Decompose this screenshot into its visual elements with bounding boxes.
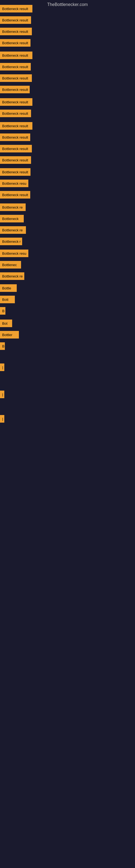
bottleneck-bar: |: [0, 364, 4, 371]
bottleneck-bar: Bottleneck result: [0, 63, 31, 70]
bottleneck-bar: Bottleneck result: [0, 39, 31, 46]
bottleneck-bar: Bottleneck re: [0, 204, 26, 211]
bottleneck-bar: Bottleneck re: [0, 226, 26, 234]
bottleneck-bar: Bottleneck result: [0, 98, 32, 106]
bottleneck-bar: Bottleneck result: [0, 52, 32, 59]
bottleneck-bar: Bottle: [0, 284, 17, 292]
bottleneck-bar: Bottleneck result: [0, 191, 30, 198]
bottleneck-bar: Bottlenec: [0, 261, 21, 269]
bottleneck-bar: Bottleneck resu: [0, 180, 28, 187]
bottleneck-bar: Bottleneck result: [0, 156, 31, 164]
bottleneck-bar: B: [0, 307, 5, 315]
bottleneck-bar: Bottleneck r: [0, 238, 22, 245]
bottleneck-bar: Bottleneck result: [0, 74, 32, 82]
bottleneck-bar: Bottleneck result: [0, 110, 31, 117]
bottleneck-bar: Bottleneck result: [0, 86, 30, 93]
bottleneck-bar: Bottleneck result: [0, 122, 32, 130]
bottleneck-bar: Bottleneck result: [0, 5, 32, 12]
bottleneck-bar: |: [0, 415, 4, 423]
bottleneck-bar: Bottleneck result: [0, 145, 32, 152]
bottleneck-bar: Bottleneck result: [0, 16, 31, 24]
bottleneck-bar: Bottleneck result: [0, 168, 31, 176]
bottleneck-bar: Bottler: [0, 331, 19, 339]
bottleneck-bar: B: [0, 342, 5, 350]
bottleneck-bar: Bottleneck result: [0, 133, 30, 141]
bottleneck-bar: Bottleneck resu: [0, 250, 28, 257]
bottleneck-bar: Bott: [0, 296, 15, 303]
bottleneck-bar: Bottleneck result: [0, 28, 32, 35]
bottleneck-bar: Bottleneck: [0, 215, 24, 222]
bottleneck-bar: |: [0, 391, 4, 398]
bottleneck-bar: Bottleneck re: [0, 272, 24, 280]
bottleneck-bar: Bot: [0, 319, 12, 327]
